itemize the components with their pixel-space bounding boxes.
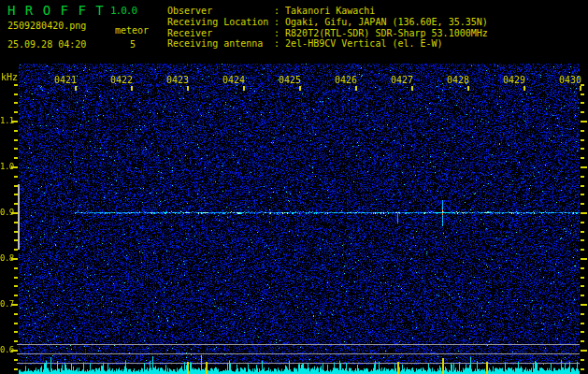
info-value: 2el-HB9CV Vertical (el. E-W) (285, 38, 443, 49)
y-axis-tick-label: 0.7 (0, 299, 14, 309)
station-info-row: Receiver: R820T2(RTL-SDR) SDR-Sharp 53.1… (167, 28, 488, 39)
x-axis-tick-label: 0429 (503, 75, 525, 85)
mode-label: meteor (115, 25, 149, 36)
y-axis-tick-label: 0.6 (0, 345, 14, 354)
x-axis-tick-label: 0423 (166, 75, 189, 85)
info-label: Observer (167, 6, 274, 17)
y-axis-tick-label: 1.1 (0, 116, 14, 125)
info-colon: : (274, 28, 285, 38)
info-label: Receiver (167, 28, 274, 39)
x-axis-tick-label: 0428 (447, 75, 469, 85)
x-axis-tick-label: 0426 (335, 75, 357, 85)
x-axis-tick-label: 0430 (559, 75, 581, 85)
info-colon: : (274, 38, 285, 49)
x-axis-tick-label: 0427 (391, 75, 413, 85)
station-info-row: Receiving Location: Ogaki, Gifu, JAPAN (… (167, 17, 488, 28)
spectrogram-canvas (0, 64, 588, 374)
meteor-count: 5 (130, 39, 136, 50)
app-version: 1.0.0 (110, 5, 136, 17)
y-axis-unit-label: kHz (1, 72, 18, 82)
info-label: Receiving Location (167, 17, 274, 28)
station-info-row: Receiving antenna: 2el-HB9CV Vertical (e… (167, 38, 488, 50)
info-value: Ogaki, Gifu, JAPAN (136.60E, 35.35N) (285, 17, 488, 27)
y-axis-tick-label: 0.9 (0, 208, 14, 217)
station-info-row: Observer: Takanori Kawachi (167, 6, 488, 17)
y-axis-tick-label: 1.0 (0, 162, 14, 171)
x-axis-tick-label: 0424 (222, 75, 245, 85)
x-axis-tick-label: 0425 (279, 75, 301, 85)
hrofft-output: H R O F F T 1.0.0 2509280420.png meteor … (0, 0, 588, 374)
info-colon: : (274, 17, 285, 27)
y-axis-tick-label: 0.8 (0, 253, 14, 263)
info-value: R820T2(RTL-SDR) SDR-Sharp 53.1000MHz (285, 28, 488, 38)
app-title: H R O F F T (7, 3, 105, 18)
info-value: Takanori Kawachi (285, 6, 375, 16)
info-colon: : (274, 6, 285, 16)
x-axis-tick-label: 0422 (110, 75, 133, 85)
info-label: Receiving antenna (167, 38, 274, 50)
datetime-label: 25.09.28 04:20 (7, 39, 86, 50)
x-axis-tick-label: 0421 (54, 75, 77, 85)
station-info: Observer: Takanori KawachiReceiving Loca… (167, 6, 488, 50)
output-filename: 2509280420.png (7, 21, 86, 31)
